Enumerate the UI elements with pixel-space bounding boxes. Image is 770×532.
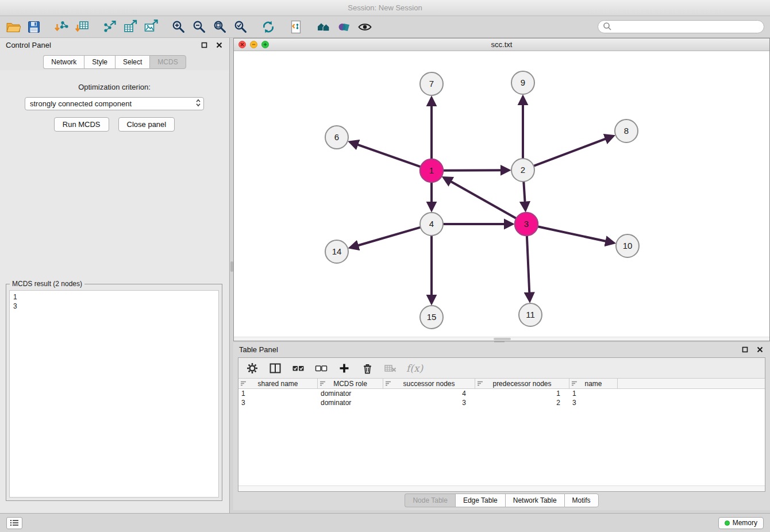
table-header-row: shared nameMCDS rolesuccessor nodesprede… (238, 379, 765, 389)
task-history-button[interactable] (6, 517, 22, 529)
float-table-panel-icon[interactable] (740, 345, 749, 354)
apply-layout-icon[interactable] (261, 20, 276, 34)
graph-node-3[interactable]: 3 (515, 213, 538, 236)
sort-icon[interactable] (385, 380, 391, 387)
graph-edge-3-1[interactable] (445, 178, 517, 218)
network-window-titlebar[interactable]: scc.txt (234, 38, 769, 51)
graph-node-10[interactable]: 10 (616, 234, 639, 257)
cell-predecessor-nodes: 2 (475, 398, 569, 407)
layout-group (261, 20, 276, 34)
graph-edge-4-14[interactable] (351, 228, 421, 248)
zoom-out-icon[interactable] (192, 20, 207, 34)
close-panel-icon[interactable] (214, 41, 224, 50)
search-input[interactable] (614, 23, 759, 31)
save-session-icon[interactable] (26, 20, 41, 34)
network-canvas[interactable]: 7968124314101511 (234, 51, 769, 341)
export-table-icon[interactable] (123, 20, 138, 34)
graph-node-8[interactable]: 8 (615, 119, 638, 142)
home-icon[interactable] (316, 20, 331, 34)
table-body: 1dominator4113dominator323 (238, 389, 765, 407)
tab-style[interactable]: Style (84, 55, 115, 69)
graph-edge-2-8[interactable] (534, 136, 613, 166)
memory-button[interactable]: Memory (718, 517, 764, 529)
graph-node-1[interactable]: 1 (420, 159, 443, 182)
mcds-result-item[interactable]: 3 (13, 302, 215, 311)
style-icon[interactable] (337, 20, 352, 34)
table-row[interactable]: 1dominator411 (238, 389, 765, 398)
graph-edge-1-6[interactable] (351, 142, 421, 167)
tab-motifs[interactable]: Motifs (564, 494, 599, 507)
tab-select[interactable]: Select (115, 55, 149, 69)
close-panel-button[interactable]: Close panel (118, 117, 175, 132)
graph-node-11[interactable]: 11 (519, 303, 542, 326)
mcds-result-item[interactable]: 1 (13, 292, 215, 302)
close-window-icon[interactable] (238, 41, 246, 48)
sort-icon[interactable] (240, 380, 247, 387)
tab-network[interactable]: Network (43, 55, 84, 69)
select-first-neighbors-icon[interactable] (288, 20, 303, 34)
gear-icon[interactable] (245, 361, 259, 375)
graph-edge-3-10[interactable] (538, 226, 613, 242)
zoom-in-icon[interactable] (171, 20, 186, 34)
float-panel-icon[interactable] (199, 41, 209, 50)
neighbors-group (288, 20, 303, 34)
cell-MCDS-role: dominator (318, 398, 383, 407)
select-all-icon[interactable] (291, 361, 305, 375)
graph-node-2[interactable]: 2 (511, 159, 534, 182)
column-header-shared-name[interactable]: shared name (238, 379, 318, 388)
unselect-all-icon[interactable] (314, 361, 328, 375)
import-network-icon[interactable] (54, 20, 69, 34)
table-hscrollbar[interactable] (238, 485, 765, 491)
zoom-selected-icon[interactable] (233, 20, 248, 34)
column-header-name[interactable]: name (569, 379, 618, 388)
export-network-icon[interactable] (102, 20, 117, 34)
import-table-icon[interactable] (75, 20, 90, 34)
run-mcds-button[interactable]: Run MCDS (54, 117, 109, 132)
export-image-icon[interactable] (144, 20, 159, 34)
sort-icon[interactable] (319, 380, 326, 387)
tab-edge-table[interactable]: Edge Table (455, 494, 505, 507)
graph-node-label: 3 (524, 219, 529, 229)
mcds-result-list[interactable]: 13 (9, 290, 219, 498)
column-header-successor-nodes[interactable]: successor nodes (383, 379, 475, 388)
delete-column-icon[interactable] (360, 361, 374, 375)
network-hscroll-thumb[interactable] (494, 338, 511, 340)
graph-edge-1-2[interactable] (443, 170, 508, 171)
graph-edge-2-3[interactable] (523, 182, 525, 209)
show-hide-details-icon[interactable] (357, 20, 372, 34)
column-header-predecessor-nodes[interactable]: predecessor nodes (475, 379, 569, 388)
view-group (316, 20, 372, 34)
zoom-window-icon[interactable] (261, 41, 269, 48)
graph-node-label: 15 (427, 312, 437, 322)
table-row[interactable]: 3dominator323 (238, 398, 765, 407)
graph-node-label: 2 (521, 165, 525, 175)
graph-node-15[interactable]: 15 (420, 306, 443, 329)
cell-successor-nodes: 4 (383, 389, 475, 398)
close-table-panel-icon[interactable] (755, 345, 764, 354)
criterion-select[interactable]: strongly connected component (25, 97, 204, 110)
graph-node-label: 6 (334, 132, 339, 142)
minimize-window-icon[interactable] (250, 41, 257, 48)
network-graph[interactable]: 7968124314101511 (234, 51, 769, 341)
columns-icon[interactable] (268, 361, 282, 375)
column-header-MCDS-role[interactable]: MCDS role (318, 379, 383, 388)
zoom-fit-icon[interactable] (213, 20, 228, 34)
toolbar-search[interactable] (598, 20, 764, 33)
graph-node-label: 4 (429, 219, 434, 229)
graph-node-14[interactable]: 14 (325, 240, 348, 263)
function-builder-icon[interactable]: f(x) (406, 363, 423, 374)
sort-icon[interactable] (571, 380, 578, 387)
graph-node-7[interactable]: 7 (420, 72, 443, 95)
sort-icon[interactable] (477, 380, 483, 387)
graph-node-6[interactable]: 6 (325, 126, 348, 149)
network-hscrollbar[interactable] (234, 337, 769, 341)
tab-node-table[interactable]: Node Table (405, 494, 455, 507)
tab-network-table[interactable]: Network Table (505, 494, 564, 507)
open-session-icon[interactable] (6, 20, 21, 34)
graph-edge-3-11[interactable] (527, 236, 530, 300)
graph-node-4[interactable]: 4 (420, 213, 443, 236)
graph-node-9[interactable]: 9 (511, 71, 534, 94)
delete-table-icon[interactable] (383, 361, 397, 375)
add-column-icon[interactable] (337, 361, 351, 375)
tab-mcds[interactable]: MCDS (149, 55, 186, 69)
